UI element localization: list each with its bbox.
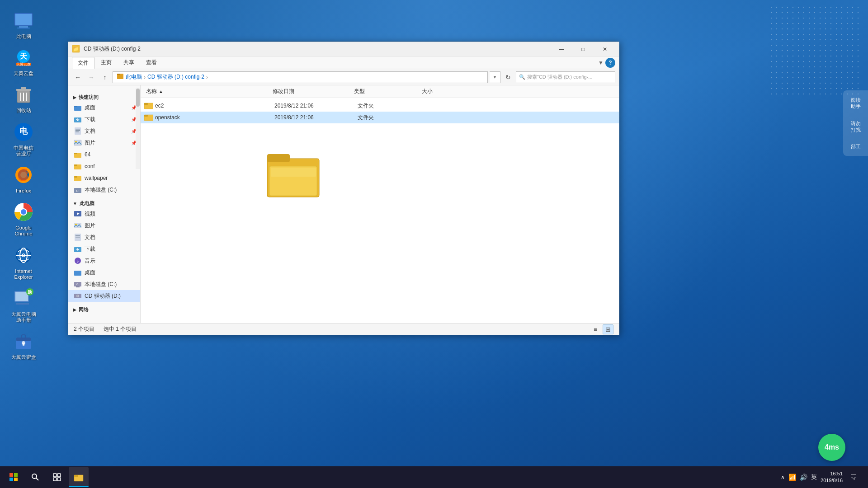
ribbon-tab-file[interactable]: 文件	[72, 57, 94, 69]
minimize-button[interactable]: —	[551, 43, 572, 56]
sidebar-network-title[interactable]: ▶ 网络	[68, 304, 140, 314]
svg-text:天翼云盘: 天翼云盘	[16, 62, 31, 66]
this-pc-section-arrow: ▼	[73, 201, 77, 206]
start-button[interactable]	[4, 467, 24, 487]
ribbon-tab-home[interactable]: 主页	[95, 57, 117, 68]
sidebar-item-pictures[interactable]: 图片 📌	[68, 137, 140, 149]
detail-view-button[interactable]: ⊞	[603, 324, 613, 334]
sidebar-item-pictures-pc[interactable]: 图片	[68, 220, 140, 231]
folder-wallpaper-icon	[74, 174, 82, 182]
sidebar-item-desktop-pc[interactable]: 桌面	[68, 267, 140, 278]
sidebar-item-cd-drive[interactable]: CD 驱动器 (D:)	[68, 290, 140, 302]
folder-conf-icon	[74, 162, 82, 170]
svg-rect-44	[75, 129, 80, 130]
sidebar-item-local-c-pc[interactable]: C: 本地磁盘 (C:)	[68, 278, 140, 290]
taskbar-expand-icon[interactable]: ∧	[781, 474, 785, 480]
svg-rect-67	[74, 271, 81, 276]
svg-rect-63	[75, 237, 80, 238]
sidebar-item-64[interactable]: 64	[68, 149, 140, 160]
sidebar-item-downloads[interactable]: 下载 📌	[68, 113, 140, 125]
sidebar-music-label: 音乐	[85, 257, 95, 265]
sidebar-item-downloads-pc[interactable]: 下载	[68, 243, 140, 255]
svg-rect-27	[15, 292, 28, 301]
sidebar-item-local-c[interactable]: C: 本地磁盘 (C:)	[68, 184, 140, 196]
col-header-size[interactable]: 大小	[420, 85, 474, 98]
task-view-button[interactable]	[47, 467, 67, 487]
ie-label: InternetExplorer	[14, 268, 33, 280]
sidebar-item-wallpaper[interactable]: wallpaper	[68, 172, 140, 184]
svg-rect-89	[57, 474, 61, 477]
panel-tools[interactable]: 部工	[850, 141, 862, 151]
pictures-icon	[74, 139, 82, 147]
taskbar-lang-icon[interactable]: 英	[811, 473, 817, 481]
svg-rect-3	[17, 28, 30, 28]
panel-dnd[interactable]: 请勿打扰	[850, 118, 862, 135]
svg-rect-54	[74, 176, 77, 178]
refresh-button[interactable]: ↻	[502, 71, 514, 83]
up-button[interactable]: ↑	[99, 71, 111, 83]
tianyi-cloud-icon: 天 天翼云盘	[12, 46, 35, 69]
sidebar-item-desktop[interactable]: 桌面 📌	[68, 102, 140, 113]
desktop-icon-china-telecom[interactable]: 电 中国电信营业厅	[4, 118, 43, 159]
taskbar-explorer-button[interactable]	[69, 467, 89, 487]
sidebar-quick-access-title[interactable]: ▶ 快速访问	[68, 91, 140, 102]
address-dropdown-button[interactable]: ▾	[490, 71, 500, 83]
path-pc[interactable]: 此电脑	[126, 73, 142, 81]
sidebar-this-pc-title[interactable]: ▼ 此电脑	[68, 197, 140, 208]
desktop-icon-google-chrome[interactable]: GoogleChrome	[4, 198, 43, 239]
svg-rect-43	[75, 127, 81, 135]
svg-text:电: 电	[19, 127, 28, 136]
taskbar-network-icon[interactable]: 📶	[788, 474, 796, 481]
address-path[interactable]: 此电脑 › CD 驱动器 (D:) config-2 ›	[113, 71, 488, 83]
sidebar-item-docs-pc[interactable]: 文档	[68, 231, 140, 243]
desktop-icon-recycle-bin[interactable]: 回收站	[4, 81, 43, 116]
ribbon-dropdown-arrow[interactable]: ▼	[598, 60, 604, 66]
openstack-name: openstack	[155, 114, 273, 121]
path-drive[interactable]: CD 驱动器 (D:) config-2	[147, 73, 204, 81]
ping-value: 4ms	[825, 443, 839, 451]
maximize-button[interactable]: □	[573, 43, 594, 56]
table-row[interactable]: openstack 2019/8/12 21:06 文件夹	[141, 112, 619, 123]
sidebar-item-music[interactable]: ♪ 音乐	[68, 255, 140, 267]
back-button[interactable]: ←	[72, 71, 84, 83]
sidebar-item-conf[interactable]: conf	[68, 160, 140, 172]
desktop-icon-ie[interactable]: e InternetExplorer	[4, 242, 43, 282]
svg-text:♪: ♪	[77, 258, 79, 263]
google-chrome-icon	[12, 201, 35, 223]
desktop-icon-firefox[interactable]: Firefox	[4, 161, 43, 196]
docs-pc-icon	[74, 233, 82, 241]
search-box[interactable]: 🔍 搜索"CD 驱动器 (D:) config-...	[516, 71, 615, 83]
ie-icon: e	[12, 244, 35, 267]
sidebar-item-videos[interactable]: 视频	[68, 208, 140, 220]
forward-button[interactable]: →	[85, 71, 97, 83]
desktop-icon-tianyi-secret[interactable]: 天翼云密盒	[4, 328, 43, 362]
ribbon-help-button[interactable]: ?	[605, 58, 615, 68]
search-icon: 🔍	[519, 74, 525, 80]
sidebar-item-documents[interactable]: 文档 📌	[68, 125, 140, 137]
panel-read-assistant[interactable]: 阅读助手	[850, 95, 862, 112]
dot-grid-decoration	[769, 5, 859, 95]
col-header-type[interactable]: 类型	[352, 85, 420, 98]
col-header-name[interactable]: 名称 ▲	[144, 85, 271, 98]
ribbon-tab-share[interactable]: 共享	[118, 57, 140, 68]
taskbar-clock[interactable]: 16:51 2019/8/16	[821, 470, 843, 484]
view-buttons: ≡ ⊞	[590, 324, 613, 334]
svg-text:天: 天	[19, 52, 28, 60]
notification-button[interactable]: 🗨	[846, 467, 861, 487]
search-input[interactable]: 搜索"CD 驱动器 (D:) config-...	[527, 74, 612, 80]
ribbon-tab-view[interactable]: 查看	[141, 57, 162, 68]
taskbar-volume-icon[interactable]: 🔊	[800, 474, 807, 481]
desktop-pc-icon	[74, 268, 82, 277]
svg-rect-88	[53, 474, 57, 477]
list-view-button[interactable]: ≡	[590, 324, 601, 334]
desktop-icon-tianyi-cloud[interactable]: 天 天翼云盘 天翼云盘	[4, 44, 43, 79]
taskbar: ∧ 📶 🔊 英 16:51 2019/8/16 🗨	[0, 466, 868, 488]
taskbar-sys-icons: ∧ 📶 🔊 英	[781, 473, 817, 481]
close-button[interactable]: ✕	[594, 43, 615, 56]
col-header-date[interactable]: 修改日期	[271, 85, 352, 98]
desktop-icon-tianyi-assistant[interactable]: 助 天翼云电脑助手册	[4, 285, 43, 325]
svg-rect-84	[9, 478, 13, 481]
taskbar-search-button[interactable]	[25, 467, 45, 487]
desktop-icon-this-pc[interactable]: 此电脑	[4, 7, 43, 42]
table-row[interactable]: ec2 2019/8/12 21:06 文件夹	[141, 100, 619, 112]
